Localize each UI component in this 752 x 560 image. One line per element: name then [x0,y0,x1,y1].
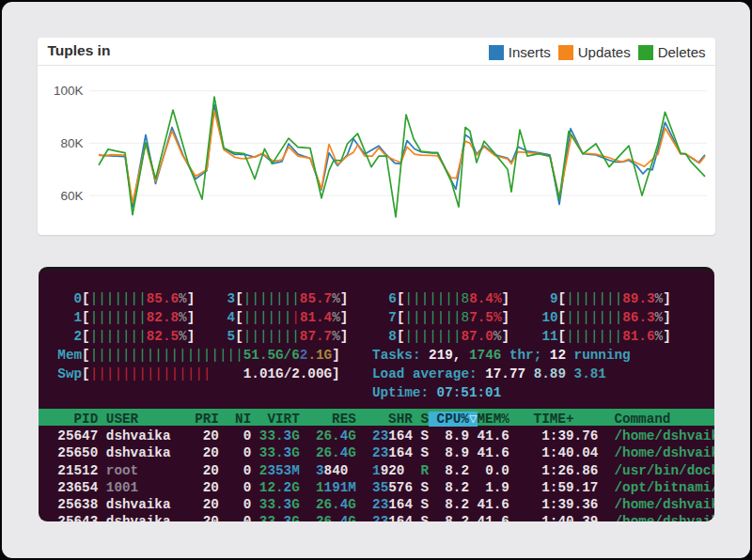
svg-text:80K: 80K [60,135,83,149]
svg-text:100K: 100K [54,84,84,98]
svg-text:60K: 60K [60,188,83,202]
